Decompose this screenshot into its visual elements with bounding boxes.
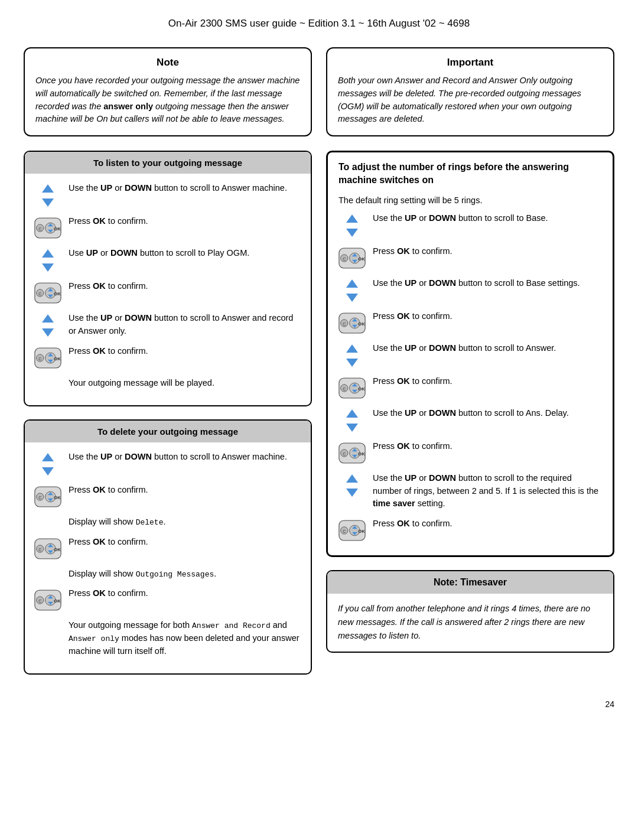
ok-icon: C OK — [338, 311, 366, 335]
step-text: Use the UP or DOWN button to scroll to A… — [69, 451, 301, 464]
instruction-step: Use the UP or DOWN button to scroll to A… — [338, 342, 602, 368]
timesaver-text: If you call from another telephone and i… — [338, 602, 603, 643]
ok-icon: C OK — [338, 246, 366, 270]
instruction-step: Use the UP or DOWN button to scroll to B… — [338, 212, 602, 238]
note-body-left: Once you have recorded your outgoing mes… — [35, 74, 300, 126]
adjust-rings-heading: To adjust the number of rings before the… — [338, 161, 602, 187]
svg-text:OK: OK — [358, 529, 365, 534]
svg-marker-9 — [42, 249, 54, 258]
step-text: Press OK to confirm. — [69, 484, 301, 497]
svg-text:C: C — [343, 321, 346, 325]
instruction-step: C OK Press OK to confirm. — [34, 215, 301, 240]
instruction-step: Your outgoing message will be played. — [34, 377, 301, 390]
svg-marker-78 — [346, 424, 358, 432]
instruction-step: C OK Press OK to confirm. — [34, 587, 301, 612]
svg-marker-86 — [346, 474, 358, 483]
step-text: Use the UP or DOWN button to scroll to B… — [373, 277, 602, 290]
updown-icon — [34, 248, 61, 273]
instruction-step: C OK Press OK to confirm. — [34, 536, 301, 561]
instruction-step: Your outgoing message for both Answer an… — [34, 619, 301, 657]
svg-text:OK: OK — [54, 494, 61, 500]
note-heading: Note — [35, 57, 300, 69]
adjust-rings-title: To adjust the number of rings before the… — [338, 162, 569, 185]
ok-icon: C OK — [34, 346, 61, 370]
updown-icon — [338, 473, 366, 498]
svg-marker-51 — [346, 229, 358, 237]
instruction-step: Use the UP or DOWN button to scroll to A… — [34, 451, 301, 477]
step-text: Press OK to confirm. — [373, 375, 602, 388]
note-box-right: Important Both your own Answer and Recor… — [326, 47, 614, 136]
step-text: Press OK to confirm. — [373, 245, 602, 258]
updown-icon — [34, 313, 61, 338]
svg-marker-28 — [42, 467, 54, 476]
step-text: Your outgoing message will be played. — [69, 377, 301, 390]
instruction-step: C OK Press OK to confirm. — [338, 245, 602, 270]
delete-panel-body: Use the UP or DOWN button to scroll to A… — [25, 442, 311, 673]
adjust-rings-box: To adjust the number of rings before the… — [326, 151, 614, 557]
updown-icon — [338, 278, 366, 303]
delete-panel-header: To delete your outgoing message — [25, 421, 311, 442]
step-text: Use the UP or DOWN button to scroll to A… — [69, 312, 301, 338]
step-text: Your outgoing message for both Answer an… — [69, 619, 301, 657]
timesaver-body: If you call from another telephone and i… — [327, 594, 613, 652]
svg-marker-50 — [346, 214, 358, 223]
ok-icon: C OK — [338, 441, 366, 465]
svg-marker-1 — [42, 198, 54, 207]
svg-text:C: C — [38, 292, 41, 296]
svg-marker-87 — [346, 489, 358, 497]
svg-text:C: C — [38, 357, 41, 361]
step-text: Use the UP or DOWN button to scroll to B… — [373, 212, 602, 225]
timesaver-box: Note: Timesaver If you call from another… — [326, 570, 614, 653]
svg-text:C: C — [38, 227, 41, 231]
updown-icon — [338, 343, 366, 368]
svg-marker-19 — [42, 328, 54, 337]
svg-text:OK: OK — [54, 226, 61, 232]
step-text: Press OK to confirm. — [69, 215, 301, 228]
svg-text:OK: OK — [54, 546, 61, 552]
updown-icon — [34, 452, 61, 477]
note-body-right: Both your own Answer and Record and Answ… — [338, 74, 603, 126]
adjust-rings-intro: The default ring setting will be 5 rings… — [338, 196, 602, 205]
listen-panel: To listen to your outgoing message Use t… — [24, 151, 312, 406]
updown-icon — [338, 408, 366, 433]
step-text: Use UP or DOWN button to scroll to Play … — [69, 247, 301, 260]
right-column: To adjust the number of rings before the… — [326, 151, 614, 688]
instruction-step: Use the UP or DOWN button to scroll to B… — [338, 277, 602, 303]
svg-text:OK: OK — [358, 321, 365, 326]
svg-text:C: C — [38, 547, 41, 551]
ok-icon: C OK — [338, 376, 366, 400]
step-text: Press OK to confirm. — [69, 587, 301, 600]
svg-marker-59 — [346, 279, 358, 288]
svg-marker-0 — [42, 184, 54, 193]
svg-marker-27 — [42, 453, 54, 461]
svg-marker-18 — [42, 314, 54, 323]
header-title: On-Air 2300 SMS user guide ~ Edition 3.1… — [168, 18, 470, 29]
instruction-step: Use UP or DOWN button to scroll to Play … — [34, 247, 301, 273]
adjust-steps: Use the UP or DOWN button to scroll to B… — [338, 212, 602, 542]
svg-text:C: C — [38, 495, 41, 499]
instruction-step: Use the UP or DOWN button to scroll to A… — [34, 312, 301, 338]
instruction-step: C OK Press OK to confirm. — [338, 310, 602, 335]
svg-marker-10 — [42, 263, 54, 272]
step-text: Press OK to confirm. — [69, 345, 301, 358]
left-column: To listen to your outgoing message Use t… — [24, 151, 312, 688]
timesaver-heading: Note: Timesaver — [327, 571, 613, 594]
main-content: To listen to your outgoing message Use t… — [24, 151, 614, 688]
instruction-step: Display will show Delete. — [34, 516, 301, 529]
step-text: Use the UP or DOWN button to scroll to t… — [373, 472, 602, 510]
ok-icon: C OK — [34, 485, 61, 509]
step-text: Use the UP or DOWN button to scroll to A… — [373, 407, 602, 420]
step-text: Press OK to confirm. — [373, 440, 602, 453]
listen-panel-body: Use the UP or DOWN button to scroll to A… — [25, 174, 311, 405]
adjust-rings-body: The default ring setting will be 5 rings… — [338, 196, 602, 555]
instruction-step: Use the UP or DOWN button to scroll to A… — [34, 182, 301, 208]
svg-text:OK: OK — [358, 451, 365, 456]
instruction-step: C OK Press OK to confirm. — [338, 517, 602, 542]
step-text: Use the UP or DOWN button to scroll to A… — [69, 182, 301, 195]
svg-marker-77 — [346, 409, 358, 418]
svg-text:OK: OK — [54, 598, 61, 604]
ok-icon: C OK — [34, 281, 61, 305]
page-header: On-Air 2300 SMS user guide ~ Edition 3.1… — [24, 12, 614, 30]
instruction-step: Use the UP or DOWN button to scroll to A… — [338, 407, 602, 433]
svg-text:C: C — [343, 529, 346, 533]
